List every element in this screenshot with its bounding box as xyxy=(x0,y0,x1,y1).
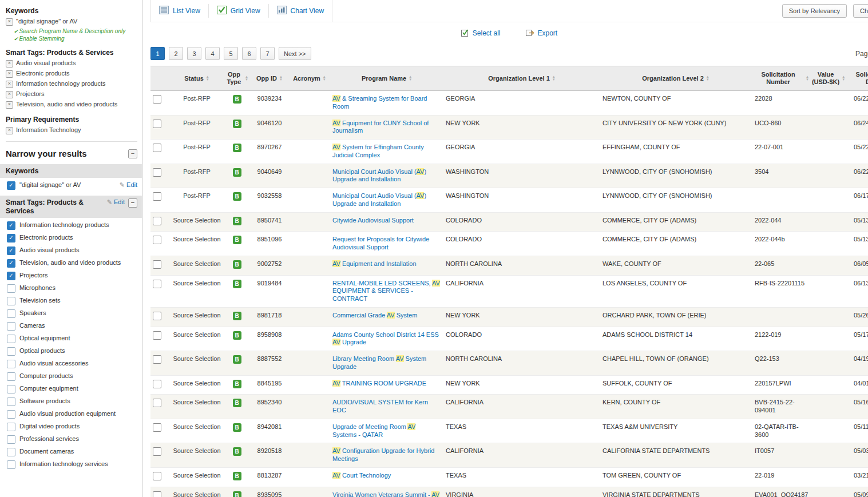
sort-arrows-icon[interactable]: ▲▼ xyxy=(279,75,283,81)
program-name-link[interactable]: AV System for Effingham County Judicial … xyxy=(332,144,424,158)
program-name-link[interactable]: Request for Proposals for Citywide Audio… xyxy=(332,236,429,251)
column-header[interactable]: Acronym▲▼ xyxy=(289,66,330,91)
remove-filter-icon[interactable]: × xyxy=(6,70,13,78)
row-checkbox[interactable] xyxy=(153,355,161,364)
program-name-link[interactable]: Virginia Women Veterans Summit - AV Equi… xyxy=(332,491,439,497)
remove-filter-icon[interactable]: × xyxy=(6,60,13,67)
program-name-link[interactable]: AV Equipment and Installation xyxy=(332,260,417,267)
row-checkbox[interactable] xyxy=(153,447,161,456)
page-button[interactable]: 1 xyxy=(150,47,165,60)
edit-keywords-link[interactable]: ✎ Edit xyxy=(120,181,137,189)
row-checkbox[interactable] xyxy=(153,217,161,225)
column-header[interactable]: Opp Type▲▼ xyxy=(224,66,250,91)
row-checkbox[interactable] xyxy=(153,236,161,244)
smart-tag-checkbox[interactable] xyxy=(7,410,15,419)
sort-arrows-icon[interactable]: ▲▼ xyxy=(206,75,209,81)
program-name-link[interactable]: AV TRAINING ROOM UPGRADE xyxy=(332,380,426,387)
program-name-link[interactable]: Commercial Grade AV System xyxy=(332,312,417,319)
program-name-link[interactable]: Municipal Court Audio Visual (AV) Upgrad… xyxy=(332,168,426,183)
page-button[interactable]: 6 xyxy=(242,47,256,60)
row-checkbox[interactable] xyxy=(153,399,161,407)
row-checkbox[interactable] xyxy=(153,144,161,152)
smart-tag-checkbox[interactable]: ✓ xyxy=(7,272,15,280)
row-checkbox[interactable] xyxy=(153,380,161,388)
sort-arrows-icon[interactable]: ▲▼ xyxy=(842,75,845,81)
column-header[interactable]: Solicitation Number▲▼ xyxy=(751,66,811,91)
program-name-link[interactable]: Library Meeting Room AV System Upgrade xyxy=(332,355,426,370)
program-name-link[interactable]: AV & Streaming System for Board Room xyxy=(332,95,427,110)
sort-arrows-icon[interactable]: ▲▼ xyxy=(552,75,556,81)
smart-tag-checkbox[interactable] xyxy=(7,372,15,381)
remove-filter-icon[interactable]: × xyxy=(6,101,13,109)
smart-tag-checkbox[interactable]: ✓ xyxy=(7,246,15,255)
program-name-link[interactable]: Citywide Audiovisual Support xyxy=(332,217,414,224)
row-checkbox[interactable] xyxy=(153,312,161,320)
smart-tag-checkbox[interactable]: ✓ xyxy=(7,234,15,242)
export-control[interactable]: Export xyxy=(526,29,558,38)
remove-filter-icon[interactable]: × xyxy=(6,18,13,26)
page-button[interactable]: 4 xyxy=(205,47,220,60)
collapse-narrow-button[interactable]: − xyxy=(128,149,137,158)
sort-by-relevancy-button[interactable]: Sort by Relevancy xyxy=(782,4,847,18)
sort-arrows-icon[interactable]: ▲▼ xyxy=(706,75,710,81)
page-button[interactable]: 5 xyxy=(224,47,238,60)
row-checkbox[interactable] xyxy=(153,192,161,201)
next-page-button[interactable]: Next >> xyxy=(279,47,311,60)
program-name-link[interactable]: Municipal Court Audio Visual (AV) Upgrad… xyxy=(332,192,426,207)
smart-tag-checkbox[interactable] xyxy=(7,322,15,331)
edit-smart-tags-link[interactable]: ✎ Edit xyxy=(107,198,125,206)
program-name-link[interactable]: AV Equipment for CUNY School of Journali… xyxy=(332,120,429,134)
remove-filter-icon[interactable]: × xyxy=(6,91,13,98)
row-checkbox[interactable] xyxy=(153,280,161,288)
column-header[interactable]: Opp ID▲▼ xyxy=(250,66,289,91)
column-header[interactable]: Value (USD-$K)▲▼ xyxy=(811,66,846,91)
sort-arrows-icon[interactable]: ▲▼ xyxy=(323,75,326,81)
chart-truncated-button[interactable]: Cha xyxy=(853,4,868,18)
smart-tag-checkbox[interactable] xyxy=(7,309,15,318)
row-checkbox[interactable] xyxy=(153,260,161,269)
smart-tag-checkbox[interactable]: ✓ xyxy=(7,259,15,268)
sort-arrows-icon[interactable]: ▲▼ xyxy=(806,75,809,81)
select-all-control[interactable]: Select all xyxy=(461,29,501,38)
sort-arrows-icon[interactable]: ▲▼ xyxy=(245,75,248,81)
smart-tag-checkbox[interactable] xyxy=(7,297,15,305)
smart-tag-checkbox[interactable] xyxy=(7,385,15,393)
grid-view-button[interactable]: Grid View xyxy=(209,6,268,16)
smart-tag-checkbox[interactable] xyxy=(7,435,15,444)
remove-filter-icon[interactable]: × xyxy=(6,127,13,134)
row-checkbox[interactable] xyxy=(153,120,161,128)
smart-tag-checkbox[interactable] xyxy=(7,448,15,456)
column-header[interactable]: Program Name▲▼ xyxy=(330,66,443,91)
smart-tag-checkbox[interactable] xyxy=(7,347,15,356)
program-name-link[interactable]: Adams County School District 14 ESS AV U… xyxy=(332,331,439,346)
smart-tag-checkbox[interactable] xyxy=(7,397,15,406)
program-name-link[interactable]: Upgrade of Meeting Room AV Systems - QAT… xyxy=(332,423,415,438)
row-checkbox[interactable] xyxy=(153,491,161,497)
page-button[interactable]: 2 xyxy=(169,47,183,60)
program-name-link[interactable]: AV Court Technology xyxy=(332,472,391,479)
smart-tag-checkbox[interactable] xyxy=(7,423,15,431)
row-checkbox[interactable] xyxy=(153,472,161,480)
smart-tag-checkbox[interactable] xyxy=(7,284,15,293)
smart-tag-checkbox[interactable] xyxy=(7,360,15,368)
smart-tag-checkbox[interactable] xyxy=(7,335,15,343)
keyword-checkbox[interactable]: ✓ xyxy=(7,181,15,190)
row-checkbox[interactable] xyxy=(153,95,161,104)
program-name-link[interactable]: AV Configuration Upgrade for Hybrid Meet… xyxy=(332,447,434,462)
column-header[interactable]: Organization Level 1▲▼ xyxy=(443,66,600,91)
list-view-button[interactable]: List View xyxy=(151,6,208,16)
sort-arrows-icon[interactable]: ▲▼ xyxy=(409,75,412,81)
row-checkbox[interactable] xyxy=(153,331,161,340)
row-checkbox[interactable] xyxy=(153,423,161,432)
remove-filter-icon[interactable]: × xyxy=(6,81,13,88)
program-name-link[interactable]: RENTAL-MOBILE LED SCREENS, AV EQUIPMENT … xyxy=(332,280,440,303)
program-name-link[interactable]: AUDIO/VISUAL SYSTEM for Kern EOC xyxy=(332,399,428,413)
row-checkbox[interactable] xyxy=(153,168,161,177)
smart-tag-checkbox[interactable]: ✓ xyxy=(7,221,15,230)
chart-view-button[interactable]: Chart View xyxy=(269,6,332,16)
column-header[interactable]: Organization Level 2▲▼ xyxy=(600,66,751,91)
page-button[interactable]: 7 xyxy=(260,47,275,60)
column-header[interactable]: Solicitation Date▲▼ xyxy=(846,66,868,91)
column-header[interactable]: Status▲▼ xyxy=(170,66,224,91)
smart-tag-checkbox[interactable] xyxy=(7,460,15,469)
